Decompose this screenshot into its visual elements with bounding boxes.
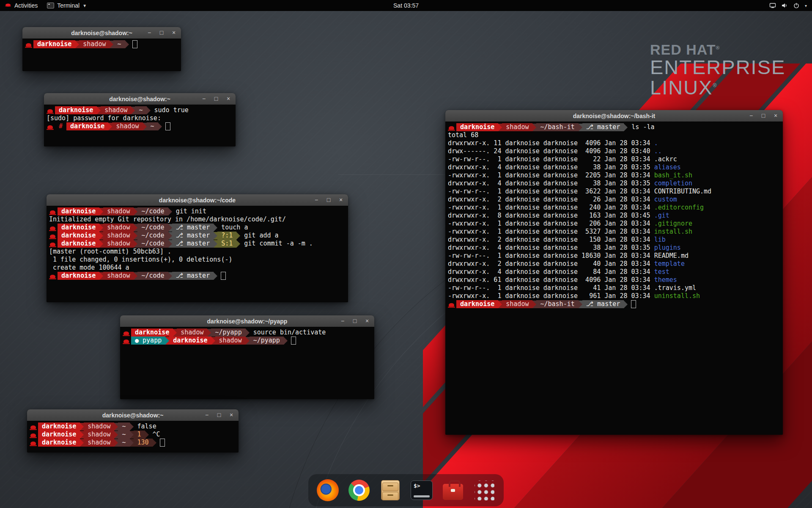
terminal-text: aliases <box>654 163 681 171</box>
redhat-prompt-icon <box>50 275 55 279</box>
terminal-line: drwxrwxr-x. 2 darknoise darknoise 40 Jan… <box>448 260 783 268</box>
close-button[interactable]: × <box>773 110 779 121</box>
minimize-button[interactable]: − <box>313 194 319 206</box>
maximize-button[interactable]: □ <box>213 93 219 105</box>
terminal-content[interactable]: darknoiseshadow~/bash-it⎇ master ls -lat… <box>445 121 783 435</box>
system-tray[interactable]: ▾ <box>764 0 812 11</box>
powerline-arrow <box>168 240 172 248</box>
powerline-arrow <box>624 124 628 131</box>
powerline-arrow <box>168 272 172 280</box>
powerline-arrow <box>168 232 172 240</box>
maximize-button[interactable]: □ <box>760 110 766 121</box>
titlebar[interactable]: darknoise@shadow:~/pyapp − □ × <box>120 315 374 327</box>
dock-toolbox-icon[interactable] <box>441 478 465 502</box>
prompt-segment-user: darknoise <box>58 224 99 232</box>
terminal-text: total 68 <box>448 131 478 139</box>
dock-terminal-icon[interactable]: $> <box>410 478 433 502</box>
titlebar[interactable]: darknoise@shadow:~ − □ × <box>22 27 181 39</box>
terminal-text: .gitignore <box>654 220 692 228</box>
powerline-arrow <box>99 232 103 240</box>
minimize-button[interactable]: − <box>748 110 754 121</box>
powerline-arrow <box>134 232 137 240</box>
close-button[interactable]: × <box>364 315 370 327</box>
terminal-text: .editorconfig <box>654 204 704 212</box>
dock-files-icon[interactable] <box>379 478 402 502</box>
terminal-line: darknoiseshadow~/code⎇ master <box>49 272 348 280</box>
brand-enterprise: ENTERPRISE <box>650 57 785 77</box>
powerline-arrow <box>153 439 156 447</box>
powerline-arrow <box>99 224 103 232</box>
chevron-down-icon: ▼ <box>82 3 87 8</box>
terminal-cursor <box>631 300 636 308</box>
prompt-segment-host: shadow <box>177 329 207 337</box>
terminal-content[interactable]: darknoiseshadow~/code git initInitialize… <box>47 206 348 302</box>
terminal-line: -rwxrwxr-x. 1 darknoise darknoise 240 Ja… <box>448 204 783 212</box>
titlebar[interactable]: darknoise@shadow:~ − □ × <box>27 409 239 421</box>
prompt-segment-host: shadow <box>112 122 143 130</box>
terminal-text: test <box>654 268 669 276</box>
terminal-line: darknoiseshadow~ <box>25 40 181 48</box>
close-button[interactable]: × <box>338 194 344 206</box>
toolbox-icon <box>443 484 463 500</box>
prompt-segment-git: ⎇ master <box>172 232 214 240</box>
window-title: darknoise@shadow:~/bash-it <box>573 113 656 119</box>
terminal-text: false <box>134 422 156 431</box>
dock-app-grid-icon[interactable] <box>472 478 496 502</box>
powerline-arrow <box>532 124 536 131</box>
minimize-button[interactable]: − <box>340 315 346 327</box>
files-icon-drawer <box>382 483 398 491</box>
prompt-segment-git: ⎇ master <box>172 240 214 248</box>
powerline-arrow <box>532 301 536 308</box>
terminal-text: bash_it.sh <box>654 171 692 179</box>
terminal-line: Initialized empty Git repository in /hom… <box>49 215 348 224</box>
terminal-text: custom <box>654 196 677 204</box>
terminal-content[interactable]: darknoiseshadow~ <box>22 39 181 71</box>
volume-icon[interactable] <box>781 2 788 9</box>
terminal-line: -rwxrwxr-x. 1 darknoise darknoise 2205 J… <box>448 171 783 179</box>
terminal-content[interactable]: darknoiseshadow~ sudo true[sudo] passwor… <box>44 105 236 146</box>
terminal-window-exitcodes: darknoise@shadow:~ − □ × darknoiseshadow… <box>27 409 239 453</box>
terminal-content[interactable]: darknoiseshadow~ falsedarknoiseshadow~1 … <box>27 421 239 453</box>
prompt-segment-user: darknoise <box>58 272 99 280</box>
terminal-line: -rwxrwxr-x. 1 darknoise darknoise 961 Ja… <box>448 292 783 300</box>
prompt-segment-host: shadow <box>502 300 532 308</box>
close-button[interactable]: × <box>171 27 177 39</box>
terminal-text: -rwxrwxr-x. 1 darknoise darknoise 5327 J… <box>448 228 654 236</box>
terminal-line: drwxrwxr-x. 11 darknoise darknoise 4096 … <box>448 139 783 147</box>
maximize-button[interactable]: □ <box>159 27 165 39</box>
activities-button[interactable]: Activities <box>0 0 42 11</box>
app-menu-terminal[interactable]: Terminal ▼ <box>42 0 91 11</box>
titlebar[interactable]: darknoise@shadow:~ − □ × <box>44 93 236 105</box>
prompt-segment-host: shadow <box>103 232 134 240</box>
dock-chrome-icon[interactable] <box>347 478 371 502</box>
prompt-segment-gitstat: ?:1 <box>217 232 236 240</box>
powerline-arrow <box>158 123 162 130</box>
terminal-content[interactable]: darknoiseshadow~/pyapp source bin/activa… <box>120 327 374 399</box>
power-icon[interactable] <box>793 2 800 9</box>
clock[interactable]: Sat 03:57 <box>389 0 423 11</box>
minimize-button[interactable]: − <box>204 409 210 421</box>
terminal-line: create mode 100644 a <box>49 264 348 272</box>
minimize-button[interactable]: − <box>201 93 207 105</box>
powerline-arrow <box>134 208 137 215</box>
prompt-segment-host: shadow <box>79 40 110 48</box>
minimize-button[interactable]: − <box>146 27 152 39</box>
redhat-prompt-icon <box>30 442 36 445</box>
terminal-line: drwxrwxr-x. 61 darknoise darknoise 4096 … <box>448 276 783 284</box>
titlebar[interactable]: darknoise@shadow:~/code − □ × <box>47 194 348 206</box>
display-icon[interactable] <box>769 2 776 9</box>
close-button[interactable]: × <box>228 409 234 421</box>
close-button[interactable]: × <box>225 93 231 105</box>
maximize-button[interactable]: □ <box>216 409 222 421</box>
terminal-line: drwx------. 24 darknoise darknoise 4096 … <box>448 147 783 155</box>
terminal-text: sudo true <box>151 106 189 114</box>
powerline-arrow <box>214 232 217 240</box>
terminal-text: drwxrwxr-x. 4 darknoise darknoise 38 Jan… <box>448 179 654 188</box>
powerline-arrow <box>246 329 250 337</box>
titlebar[interactable]: darknoise@shadow:~/bash-it − □ × <box>445 110 783 122</box>
dock-firefox-icon[interactable] <box>316 478 340 502</box>
maximize-button[interactable]: □ <box>352 315 358 327</box>
powerline-arrow <box>284 337 288 345</box>
redhat-prompt-icon <box>47 125 53 129</box>
maximize-button[interactable]: □ <box>326 194 332 206</box>
